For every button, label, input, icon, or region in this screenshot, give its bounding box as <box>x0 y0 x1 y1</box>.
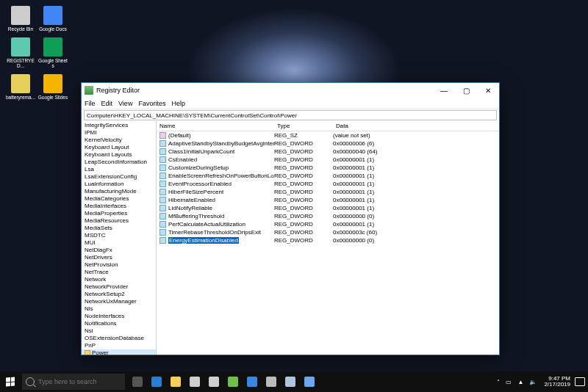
network-icon[interactable]: ▲ <box>517 379 523 385</box>
tree-node[interactable]: PnP <box>82 342 156 349</box>
desktop-icon-bin[interactable]: Recycle Bin <box>5 6 36 32</box>
menu-favorites[interactable]: Favorites <box>138 100 165 107</box>
taskbar-app-mail[interactable] <box>204 371 223 392</box>
taskbar-app-store[interactable] <box>185 371 204 392</box>
col-data[interactable]: Data <box>333 123 499 129</box>
menu-help[interactable]: Help <box>171 100 185 107</box>
taskbar-app-app-icons[interactable] <box>243 371 262 392</box>
value-row[interactable]: EventProcessorEnabledREG_DWORD0x00000001… <box>157 180 499 188</box>
tree-node[interactable]: OSExtensionDatabase <box>82 335 156 342</box>
desktop-icon-gdoc[interactable]: Google Docs <box>37 6 68 32</box>
value-type: REG_DWORD <box>274 229 333 236</box>
taskbar-app-app-blue[interactable] <box>300 371 319 392</box>
tree-node[interactable]: KernelVelocity <box>82 137 156 144</box>
close-button[interactable]: ✕ <box>477 83 499 98</box>
tree-node[interactable]: Nls <box>82 305 156 313</box>
action-center-icon[interactable] <box>575 377 585 386</box>
start-button[interactable] <box>0 371 21 392</box>
menu-view[interactable]: View <box>118 100 132 107</box>
menu-edit[interactable]: Edit <box>101 100 113 107</box>
minimize-button[interactable]: — <box>433 83 455 98</box>
tray-chevron-icon[interactable]: ˄ <box>497 379 500 385</box>
value-type: REG_DWORD <box>274 189 333 195</box>
battery-icon[interactable]: ▭ <box>506 379 512 385</box>
maximize-button[interactable]: ▢ <box>455 83 477 98</box>
taskbar-search[interactable] <box>22 374 125 390</box>
tree-node[interactable]: MUI <box>82 239 156 247</box>
tree-node[interactable]: ManufacturingMode <box>82 188 156 195</box>
menu-file[interactable]: File <box>85 100 96 107</box>
search-input[interactable] <box>38 378 119 385</box>
value-row[interactable]: EnergyEstimationDisabledREG_DWORD0x00000… <box>157 236 499 244</box>
tree-node[interactable]: Keyboard Layouts <box>82 151 156 159</box>
desktop-icon-reg[interactable]: REGISTRYED... <box>5 37 36 68</box>
tree-node[interactable]: NetTrace <box>82 269 156 276</box>
value-row[interactable]: TimerRebaseThresholdOnDripsExitREG_DWORD… <box>157 228 499 236</box>
tree-node[interactable]: NetworkSetup2 <box>82 291 156 298</box>
tree-node[interactable]: NetProvision <box>82 261 156 269</box>
desktop-icon-gslide[interactable]: Google Slides <box>37 74 68 100</box>
tree-node[interactable]: MediaProperties <box>82 210 156 217</box>
value-row[interactable]: EnableScreenRefreshOnPowerButtonLon...RE… <box>157 172 499 180</box>
address-bar[interactable]: Computer\HKEY_LOCAL_MACHINE\SYSTEM\Curre… <box>84 110 497 120</box>
taskbar-app-edge[interactable] <box>147 371 166 392</box>
tree-node[interactable]: LeapSecondInformation <box>82 159 156 166</box>
dword-icon <box>159 173 166 179</box>
value-row[interactable]: Class1InitialUnparkCountREG_DWORD0x00000… <box>157 148 499 156</box>
value-row[interactable]: HibernateEnabledREG_DWORD0x00000001 (1) <box>157 196 499 204</box>
taskbar-app-task-view[interactable] <box>128 371 147 392</box>
tree-node[interactable]: Notifications <box>82 320 156 327</box>
tree-node[interactable]: NodeInterfaces <box>82 313 156 320</box>
col-type[interactable]: Type <box>274 123 333 129</box>
tree-node[interactable]: MSDTC <box>82 232 156 239</box>
tree-node[interactable]: Network <box>82 276 156 283</box>
value-row[interactable]: AdaptiveStandbyStandbyBudgetAvgInter...R… <box>157 139 499 148</box>
tree-node[interactable]: MediaSets <box>82 225 156 232</box>
tree-node[interactable]: LsaExtensionConfig <box>82 173 156 181</box>
tree-node[interactable]: NetDiagFx <box>82 247 156 254</box>
tree-node[interactable]: Lsa <box>82 166 156 173</box>
value-type: REG_DWORD <box>274 164 333 171</box>
value-name: EnableScreenRefreshOnPowerButtonLon... <box>168 173 274 179</box>
tree-node[interactable]: NetworkProvider <box>82 283 156 291</box>
tree-node[interactable]: NetDrivers <box>82 254 156 261</box>
value-row[interactable]: CustomizeDuringSetupREG_DWORD0x00000001 … <box>157 164 499 172</box>
tree-node[interactable]: MediaResources <box>82 217 156 225</box>
clock-date: 2/17/2019 <box>544 382 570 388</box>
taskbar-clock[interactable]: 9:47 PM 2/17/2019 <box>544 376 570 388</box>
dword-icon <box>159 156 166 163</box>
value-row[interactable]: HiberFileSizePercentREG_DWORD0x00000001 … <box>157 188 499 196</box>
value-data: 0x00000040 (64) <box>333 148 499 155</box>
value-row[interactable]: PerfCalculateActualUtilizationREG_DWORD0… <box>157 220 499 228</box>
taskbar-app-steam[interactable] <box>262 371 281 392</box>
titlebar[interactable]: Registry Editor — ▢ ✕ <box>82 83 499 98</box>
tree-node[interactable]: Keyboard Layout <box>82 144 156 151</box>
taskbar-app-app-green[interactable] <box>223 371 243 392</box>
taskbar-app-file-explorer[interactable] <box>166 371 185 392</box>
tree-node[interactable]: Power <box>82 349 156 355</box>
dword-icon <box>159 205 166 211</box>
col-name[interactable]: Name <box>157 123 274 129</box>
desktop-icon-label: Google Slides <box>37 95 68 100</box>
value-row[interactable]: LidNotifyReliableREG_DWORD0x00000001 (1) <box>157 204 499 212</box>
desktop-icon-bat[interactable]: batteryrema... <box>5 74 36 100</box>
volume-icon[interactable]: 🔈 <box>529 379 537 385</box>
value-list[interactable]: Name Type Data (Default)REG_SZ(value not… <box>157 121 499 355</box>
tree-node[interactable]: MediaInterfaces <box>82 203 156 210</box>
tree-node[interactable]: IPMI <box>82 129 156 137</box>
column-headers[interactable]: Name Type Data <box>157 121 499 131</box>
tree-node[interactable]: Nsi <box>82 327 156 335</box>
desktop-icon-gsheet[interactable]: Google Sheets <box>37 37 68 68</box>
value-data: 0x00000001 (1) <box>333 221 499 228</box>
app-green-icon <box>228 377 238 387</box>
value-row[interactable]: CsEnabledREG_DWORD0x00000001 (1) <box>157 156 499 164</box>
registry-tree[interactable]: IntegrityServicesIPMIKernelVelocityKeybo… <box>82 121 157 355</box>
value-row[interactable]: MfBufferingThresholdREG_DWORD0x00000000 … <box>157 212 499 220</box>
tree-node[interactable]: LuaInformation <box>82 181 156 188</box>
tree-node[interactable]: IntegrityServices <box>82 122 156 129</box>
value-row[interactable]: (Default)REG_SZ(value not set) <box>157 131 499 139</box>
value-name: EnergyEstimationDisabled <box>168 237 239 244</box>
taskbar-app-taskmgr[interactable] <box>281 371 300 392</box>
tree-node[interactable]: MediaCategories <box>82 195 156 203</box>
tree-node[interactable]: NetworkUxManager <box>82 298 156 305</box>
